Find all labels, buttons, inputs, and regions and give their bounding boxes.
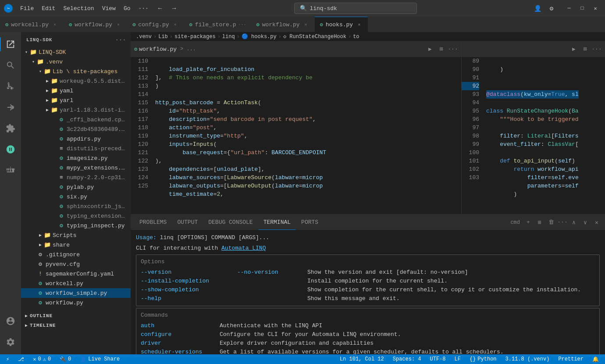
tree-gitignore[interactable]: ▶ ⚙ .gitignore [21, 250, 131, 259]
tree-imagesize[interactable]: ▶ ⚙ imagesize.py [21, 153, 131, 163]
tree-workflow-py[interactable]: ▶ ⚙ workflow.py [21, 298, 131, 307]
panel-tab-problems[interactable]: PROBLEMS [134, 215, 172, 230]
left-code-area[interactable]: 110 111 112 113 114 115 116 117 118 119 … [131, 57, 461, 214]
breadcrumb-to[interactable]: to [353, 34, 359, 40]
sidebar-more-button[interactable]: ··· [116, 35, 125, 45]
tree-workflow-simple[interactable]: ▶ ⚙ workflow_simple.py [21, 288, 131, 298]
tree-root-linq-sdk[interactable]: ▾ 📁 LINQ-SDK [21, 47, 131, 57]
breadcrumb-runstate[interactable]: ◇ RunStateChangeHook [283, 33, 346, 40]
close-button[interactable]: ✕ [589, 2, 601, 14]
activity-run-debug[interactable] [0, 97, 21, 118]
panel-tab-debug[interactable]: DEBUG CONSOLE [203, 215, 258, 230]
nav-back[interactable]: ← [154, 2, 166, 14]
status-language-mode[interactable]: {} Python [467, 354, 499, 364]
tree-workcedup[interactable]: ▶ 📁 workeug-0.5.5.dist... [21, 76, 131, 86]
tab-workflow2[interactable]: ⚙ workflow.py ✕ [251, 17, 314, 32]
right-code-area[interactable]: 89 90 91 92 93 94 95 96 97 98 99 100 [462, 57, 605, 214]
menu-go[interactable]: Go [120, 4, 134, 14]
tree-sagemaker[interactable]: ▶ ! sagemakerConfig.yaml [21, 269, 131, 279]
panel-more-button[interactable]: ··· [558, 218, 567, 227]
search-bar[interactable]: 🔍 linq-sdk [294, 3, 417, 14]
tab-workcell[interactable]: ⚙ workcell.py ✕ [0, 17, 64, 32]
status-python-version[interactable]: 3.11.8 (.venv) [503, 354, 552, 364]
tree-typing-ext[interactable]: ▶ ⚙ typing_extensions... [21, 211, 131, 221]
tree-six[interactable]: ▶ ⚙ six.py [21, 192, 131, 201]
new-terminal-button[interactable]: + [523, 218, 533, 227]
activity-settings[interactable] [0, 332, 21, 353]
tree-scripts[interactable]: ▶ 📁 Scripts [21, 230, 131, 240]
status-eol[interactable]: LF [452, 354, 463, 364]
tree-yarl-dist[interactable]: ▶ 📁 yarl-1.18.3.dist-info [21, 105, 131, 115]
tab-filestore[interactable]: ⚙ file_store.p ··· [184, 17, 251, 32]
outline-section[interactable]: ▶ OUTLINE [21, 311, 131, 321]
right-more-button[interactable]: ··· [592, 44, 601, 54]
status-notifications[interactable]: 🔔 [590, 354, 601, 364]
menu-edit[interactable]: Edit [38, 4, 59, 14]
activity-python[interactable] [0, 139, 21, 160]
panel-tab-output[interactable]: OUTPUT [172, 215, 203, 230]
menu-selection[interactable]: Selection [60, 4, 97, 14]
right-split-button[interactable]: ⊞ [580, 44, 590, 54]
tree-3c22db[interactable]: ▶ ⚙ 3c22db458360489... [21, 124, 131, 134]
tree-numpy[interactable]: ▶ ≡ numpy-2.2.0-cp31... [21, 173, 131, 182]
menu-view[interactable]: View [99, 4, 119, 14]
accounts-icon[interactable]: 👤 [531, 2, 544, 14]
panel-scroll-up[interactable]: ∧ [569, 218, 579, 227]
tree-lib[interactable]: ▾ 📁 Lib \ site-packages [21, 67, 131, 76]
kill-terminal-button[interactable]: 🗑 [546, 218, 556, 227]
tab-close-workflow[interactable]: ✕ [115, 21, 122, 28]
activity-extensions[interactable] [0, 118, 21, 139]
breadcrumb-sitepackages[interactable]: site-packages [174, 34, 216, 40]
status-git-branch[interactable]: ⎇ [15, 354, 27, 364]
tree-yarl[interactable]: ▶ 📁 yarl [21, 95, 131, 105]
tab-hooks[interactable]: ⚙ hooks.py ✕ [315, 17, 368, 32]
run-button[interactable]: ▶ [425, 44, 435, 54]
status-prettier[interactable]: Prettier [555, 354, 586, 364]
breadcrumb-hooks[interactable]: 🔵 hooks.py [242, 33, 277, 40]
maximize-button[interactable]: □ [576, 2, 588, 14]
breadcrumb-lib[interactable]: Lib [158, 34, 168, 40]
tree-distutils[interactable]: ▶ ≡ distutils-precedenc... [21, 144, 131, 153]
tab-workflow[interactable]: ⚙ workflow.py ✕ [64, 17, 127, 32]
tree-cffi[interactable]: ▶ ⚙ _cffi_backend.cp31... [21, 115, 131, 124]
menu-more[interactable]: ··· [135, 4, 152, 14]
tree-pylab[interactable]: ▶ ⚙ pylab.py [21, 182, 131, 192]
more-actions-button[interactable]: ··· [448, 44, 458, 54]
status-live-share[interactable]: 👤 Live Share [77, 354, 122, 364]
panel-content[interactable]: Usage: linq [OPTIONS] COMMAND [ARGS]... … [131, 230, 605, 354]
menu-file[interactable]: File [17, 4, 37, 14]
status-ports[interactable]: 🔌 0 [57, 354, 74, 364]
tree-mypy[interactable]: ▶ ⚙ mypy_extensions.py [21, 163, 131, 173]
breadcrumb-venv[interactable]: .venv [136, 34, 152, 40]
cli-link[interactable]: Automata LINQ [221, 245, 266, 251]
tab-more-filestore[interactable]: ··· [238, 21, 246, 28]
panel-tab-terminal[interactable]: TERMINAL [258, 215, 296, 230]
breadcrumb-linq[interactable]: linq [222, 34, 235, 40]
right-run-button[interactable]: ▶ [569, 44, 579, 54]
tab-close-hooks[interactable]: ✕ [356, 21, 363, 28]
panel-scroll-down[interactable]: ∨ [580, 218, 590, 227]
minimize-button[interactable]: ─ [563, 2, 575, 14]
split-right-button[interactable]: ⊞ [437, 44, 446, 54]
activity-remote[interactable] [0, 160, 21, 181]
settings-icon[interactable]: ⚙ [545, 2, 558, 14]
tree-appdirs[interactable]: ▶ ⚙ appdirs.py [21, 134, 131, 144]
tree-pyvenv[interactable]: ▶ ⚙ pyvenv.cfg [21, 259, 131, 269]
timeline-section[interactable]: ▶ TIMELINE [21, 321, 131, 330]
status-cursor[interactable]: Ln 101, Col 12 [337, 354, 387, 364]
tree-yaml[interactable]: ▶ 📁 yaml [21, 86, 131, 95]
tab-config[interactable]: ⚙ config.py ✕ [127, 17, 184, 32]
activity-source-control[interactable] [0, 76, 21, 97]
activity-accounts[interactable] [0, 311, 21, 332]
tree-share[interactable]: ▶ 📁 share [21, 240, 131, 250]
status-spaces[interactable]: Spaces: 4 [390, 354, 424, 364]
tree-workcell-py[interactable]: ▶ ⚙ workcell.py [21, 279, 131, 288]
status-remote-icon[interactable]: ⚡ [4, 354, 12, 364]
status-errors[interactable]: ✕ 0 ⚠ 0 [30, 354, 53, 364]
tab-close-config[interactable]: ✕ [172, 21, 179, 28]
tab-close-workflow2[interactable]: ✕ [302, 21, 310, 28]
tab-close-workcell[interactable]: ✕ [51, 21, 58, 28]
tree-venv[interactable]: ▾ 📁 .venv [21, 57, 131, 67]
split-terminal-button[interactable]: ⊞ [535, 218, 544, 227]
tree-typing-inspect[interactable]: ▶ ⚙ typing_inspect.py [21, 221, 131, 230]
